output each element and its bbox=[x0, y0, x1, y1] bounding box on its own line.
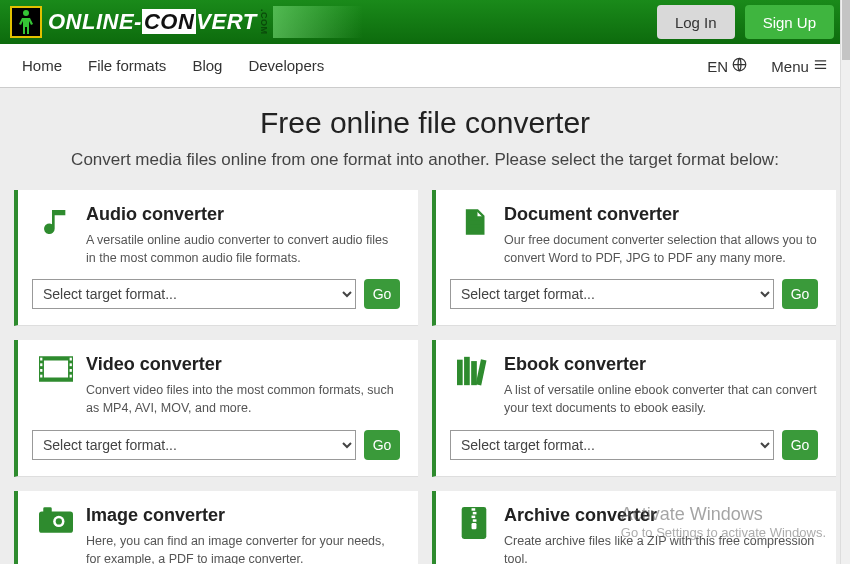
svg-rect-21 bbox=[473, 511, 477, 513]
converter-grid: Audio converterA versatile online audio … bbox=[0, 184, 850, 564]
zip-icon bbox=[450, 505, 498, 565]
go-button[interactable]: Go bbox=[782, 279, 818, 309]
card-audio-converter: Audio converterA versatile online audio … bbox=[14, 190, 418, 326]
language-switch[interactable]: EN bbox=[707, 57, 747, 75]
svg-rect-3 bbox=[40, 358, 42, 361]
brand-text: ONLINE-CONVERT.COM bbox=[48, 9, 269, 35]
nav-bar: Home File formats Blog Developers EN Men… bbox=[0, 44, 850, 88]
card-description: Create archive files like a ZIP with thi… bbox=[504, 532, 818, 565]
doc-icon bbox=[450, 204, 498, 267]
card-document-converter: Document converterOur free document conv… bbox=[432, 190, 836, 326]
svg-rect-11 bbox=[457, 360, 463, 386]
card-description: A versatile online audio converter to co… bbox=[86, 231, 400, 267]
card-title: Archive converter bbox=[504, 505, 818, 526]
hero: Free online file converter Convert media… bbox=[0, 88, 850, 184]
svg-rect-7 bbox=[70, 358, 72, 361]
svg-rect-10 bbox=[70, 375, 72, 378]
brand-accent bbox=[273, 6, 363, 38]
header-bar: ONLINE-CONVERT.COM Log In Sign Up bbox=[0, 0, 850, 44]
film-icon bbox=[32, 354, 80, 417]
svg-rect-20 bbox=[472, 508, 476, 510]
card-description: A list of versatile online ebook convert… bbox=[504, 381, 818, 417]
globe-icon bbox=[732, 57, 747, 72]
card-description: Convert video files into the most common… bbox=[86, 381, 400, 417]
card-title: Document converter bbox=[504, 204, 818, 225]
hamburger-icon bbox=[813, 57, 828, 72]
svg-rect-14 bbox=[476, 360, 487, 386]
svg-rect-8 bbox=[70, 364, 72, 367]
card-title: Audio converter bbox=[86, 204, 400, 225]
target-format-select[interactable]: Select target format... bbox=[450, 279, 774, 309]
card-ebook-converter: Ebook converterA list of versatile onlin… bbox=[432, 340, 836, 476]
nav-blog[interactable]: Blog bbox=[192, 57, 222, 74]
target-format-select[interactable]: Select target format... bbox=[32, 430, 356, 460]
go-button[interactable]: Go bbox=[364, 279, 400, 309]
svg-rect-13 bbox=[471, 361, 477, 385]
card-title: Video converter bbox=[86, 354, 400, 375]
svg-rect-5 bbox=[40, 369, 42, 372]
card-archive-converter: Archive converterCreate archive files li… bbox=[432, 491, 836, 565]
svg-rect-4 bbox=[40, 364, 42, 367]
card-video-converter: Video converterConvert video files into … bbox=[14, 340, 418, 476]
camera-icon bbox=[32, 505, 80, 565]
books-icon bbox=[450, 354, 498, 417]
card-description: Our free document converter selection th… bbox=[504, 231, 818, 267]
music-icon bbox=[32, 204, 80, 267]
card-image-converter: Image converterHere, you can find an ima… bbox=[14, 491, 418, 565]
page-subtitle: Convert media files online from one form… bbox=[10, 150, 840, 170]
svg-rect-6 bbox=[40, 375, 42, 378]
nav-developers[interactable]: Developers bbox=[248, 57, 324, 74]
logo-icon bbox=[10, 6, 42, 38]
svg-rect-22 bbox=[472, 515, 476, 517]
card-title: Ebook converter bbox=[504, 354, 818, 375]
scrollbar[interactable] bbox=[840, 0, 850, 564]
svg-rect-24 bbox=[472, 523, 477, 529]
target-format-select[interactable]: Select target format... bbox=[450, 430, 774, 460]
page-title: Free online file converter bbox=[10, 106, 840, 140]
svg-rect-2 bbox=[44, 361, 68, 378]
svg-rect-12 bbox=[464, 357, 470, 385]
nav-home[interactable]: Home bbox=[22, 57, 62, 74]
svg-point-18 bbox=[56, 518, 62, 524]
target-format-select[interactable]: Select target format... bbox=[32, 279, 356, 309]
card-description: Here, you can find an image converter fo… bbox=[86, 532, 400, 565]
go-button[interactable]: Go bbox=[782, 430, 818, 460]
svg-rect-16 bbox=[43, 507, 52, 513]
login-button[interactable]: Log In bbox=[657, 5, 735, 39]
card-title: Image converter bbox=[86, 505, 400, 526]
nav-file-formats[interactable]: File formats bbox=[88, 57, 166, 74]
menu-toggle[interactable]: Menu bbox=[771, 57, 828, 75]
signup-button[interactable]: Sign Up bbox=[745, 5, 834, 39]
go-button[interactable]: Go bbox=[364, 430, 400, 460]
svg-rect-9 bbox=[70, 369, 72, 372]
svg-rect-23 bbox=[473, 519, 477, 521]
